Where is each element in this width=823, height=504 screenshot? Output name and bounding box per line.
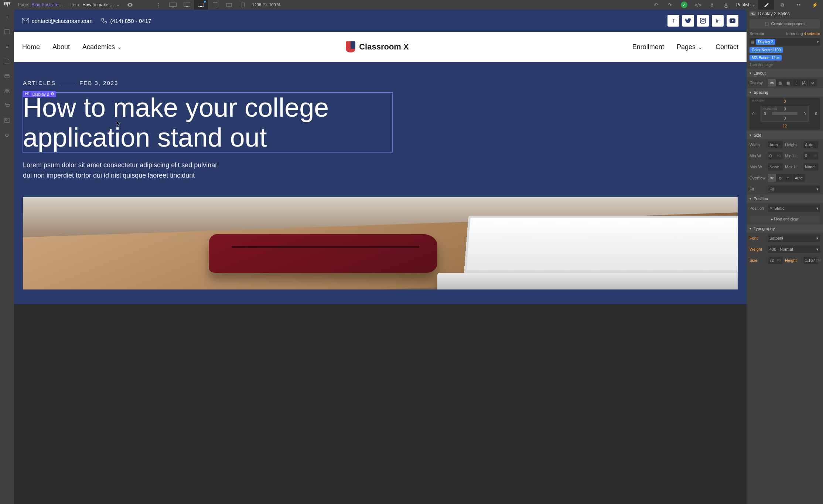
item-name-dropdown[interactable]: How to make … <box>82 2 114 7</box>
undo-icon[interactable]: ↶ <box>649 0 663 10</box>
effects-tab-icon[interactable]: ⚡ <box>807 0 823 10</box>
inheriting-count[interactable]: 4 selector <box>804 32 820 36</box>
webflow-logo[interactable] <box>0 0 14 10</box>
create-component-button[interactable]: ⬚ Create component <box>749 19 820 28</box>
breakpoint-base-icon[interactable] <box>194 0 208 10</box>
float-clear-toggle[interactable]: ▸ Float and clear <box>749 215 820 223</box>
hero-title[interactable]: How to make your college application sta… <box>23 93 392 152</box>
preview-eye-icon[interactable] <box>123 0 137 10</box>
class-chip-primary[interactable]: Display 2 <box>756 39 775 45</box>
ecommerce-icon[interactable] <box>0 98 14 113</box>
display-block-icon[interactable]: ▭ <box>768 79 776 86</box>
settings-tab-icon[interactable]: ⚙ <box>774 0 790 10</box>
maxh-input[interactable]: None <box>803 163 818 171</box>
redo-icon[interactable]: ↷ <box>663 0 677 10</box>
kebab-menu-icon[interactable] <box>152 0 166 10</box>
nav-dropdown-academics[interactable]: Academics <box>82 43 122 51</box>
twitter-icon[interactable] <box>682 15 694 27</box>
hero-subtitle-line2[interactable]: dui non imperdiet tortor dui id nisl qui… <box>23 172 195 179</box>
zoom-level[interactable]: 100 % <box>269 3 280 7</box>
contact-phone[interactable]: (414) 850 - 0417 <box>101 18 151 24</box>
breakpoint-tablet-icon[interactable] <box>208 0 222 10</box>
interactions-tab-icon[interactable] <box>790 0 807 10</box>
display-flex-icon[interactable]: ▥ <box>776 79 784 86</box>
nav-link-about[interactable]: About <box>52 43 70 51</box>
gear-icon[interactable]: ⚙ <box>51 92 54 96</box>
hero-subtitle-line1[interactable]: Lorem psum dolor sit amet consectetur ad… <box>23 161 217 169</box>
symbols-icon[interactable] <box>0 24 14 39</box>
facebook-icon[interactable]: f <box>667 15 679 27</box>
status-ok-icon[interactable]: ✓ <box>677 0 691 10</box>
section-typography[interactable]: Typography <box>747 224 823 233</box>
breakpoint-xl-icon[interactable] <box>166 0 180 10</box>
display-inline-icon[interactable]: |A| <box>800 79 809 86</box>
users-icon[interactable] <box>0 83 14 98</box>
section-spacing[interactable]: Spacing <box>747 88 823 96</box>
display-grid-icon[interactable]: ▦ <box>784 79 792 86</box>
padding-top[interactable]: 0 <box>784 107 786 111</box>
hero-image[interactable] <box>23 197 738 289</box>
selector-state-icon[interactable]: ▦ <box>751 40 754 44</box>
height-input[interactable]: Auto- <box>803 141 818 148</box>
nav-link-home[interactable]: Home <box>22 43 40 51</box>
share-icon[interactable]: ⇪ <box>705 0 719 10</box>
section-layout[interactable]: Layout <box>747 69 823 77</box>
nav-link-enrollment[interactable]: Enrollment <box>632 43 664 51</box>
assets-icon[interactable] <box>0 113 14 128</box>
overflow-auto-button[interactable]: Auto <box>792 174 805 182</box>
chevron-down-icon[interactable]: ▾ <box>817 40 819 44</box>
margin-bottom[interactable]: 12 <box>783 124 787 128</box>
width-input[interactable]: Auto- <box>768 141 783 148</box>
section-position[interactable]: Position <box>747 195 823 203</box>
position-select[interactable]: ✕ Static▾ <box>768 205 820 212</box>
on-page-count[interactable]: 1 on this page <box>747 62 823 69</box>
canvas[interactable]: contact@classroom.com (414) 850 - 0417 f… <box>14 10 747 504</box>
navigator-icon[interactable]: ≡ <box>0 39 14 54</box>
class-selector-input[interactable]: ▦ Display 2 ▾ <box>749 38 820 46</box>
breakpoint-mobile-landscape-icon[interactable] <box>222 0 236 10</box>
viewport-width[interactable]: 1208 <box>252 3 261 7</box>
selection-tag[interactable]: H1 Display 2 ⚙ <box>23 91 56 97</box>
weight-select[interactable]: 400 - Normal▾ <box>768 246 820 253</box>
padding-right[interactable]: 0 <box>803 112 806 116</box>
hero-category[interactable]: ARTICLES <box>23 80 56 86</box>
display-none-icon[interactable]: ⊘ <box>809 79 817 86</box>
line-height-input[interactable]: 1.167EM <box>803 257 818 264</box>
margin-left[interactable]: 0 <box>752 112 755 116</box>
chevron-down-icon[interactable]: ⌄ <box>116 3 119 7</box>
publish-button[interactable]: Publish ⌄ <box>733 2 758 7</box>
linkedin-icon[interactable]: in <box>712 15 724 27</box>
padding-left[interactable]: 0 <box>764 112 766 116</box>
nav-dropdown-pages[interactable]: Pages <box>677 43 703 51</box>
style-tab-icon[interactable] <box>758 0 774 10</box>
class-chip-extra[interactable]: MG Bottom 12px <box>749 55 782 61</box>
code-export-icon[interactable]: </> <box>691 0 705 10</box>
font-select[interactable]: Satoshi▾ <box>768 234 820 242</box>
audit-icon[interactable]: A̲ <box>719 0 733 10</box>
minh-input[interactable]: 0P <box>803 152 818 160</box>
overflow-hidden-icon[interactable]: ⊘ <box>776 174 784 182</box>
overflow-visible-icon[interactable]: 👁 <box>768 174 776 182</box>
spacing-diagram[interactable]: MARGIN 0 0 12 0 PADDING 0 0 0 0 <box>749 98 820 130</box>
add-element-icon[interactable]: ＋ <box>0 10 14 24</box>
section-size[interactable]: Size <box>747 131 823 139</box>
fit-select[interactable]: Fill▾ <box>768 185 820 193</box>
youtube-icon[interactable] <box>727 15 738 27</box>
contact-email[interactable]: contact@classroom.com <box>22 18 92 24</box>
display-inlineblock-icon[interactable]: ▯ <box>792 79 800 86</box>
page-name-dropdown[interactable]: Blog Posts Te… <box>31 2 63 7</box>
nav-link-contact[interactable]: Contact <box>716 43 738 51</box>
brand-logo[interactable]: Classroom X <box>346 41 409 52</box>
maxw-input[interactable]: None- <box>768 163 783 171</box>
overflow-scroll-icon[interactable]: ≡ <box>784 174 792 182</box>
breakpoint-mobile-icon[interactable] <box>236 0 250 10</box>
pages-icon[interactable] <box>0 54 14 69</box>
padding-bottom[interactable]: 0 <box>784 116 786 120</box>
project-settings-icon[interactable]: ⚙ <box>0 128 14 143</box>
instagram-icon[interactable] <box>697 15 709 27</box>
minw-input[interactable]: 0PX <box>768 152 783 160</box>
breakpoint-lg-icon[interactable] <box>180 0 194 10</box>
font-size-input[interactable]: 72PX <box>768 257 783 264</box>
margin-right[interactable]: 0 <box>815 112 817 116</box>
class-chip-extra[interactable]: Color Neutral 100 <box>749 47 783 53</box>
